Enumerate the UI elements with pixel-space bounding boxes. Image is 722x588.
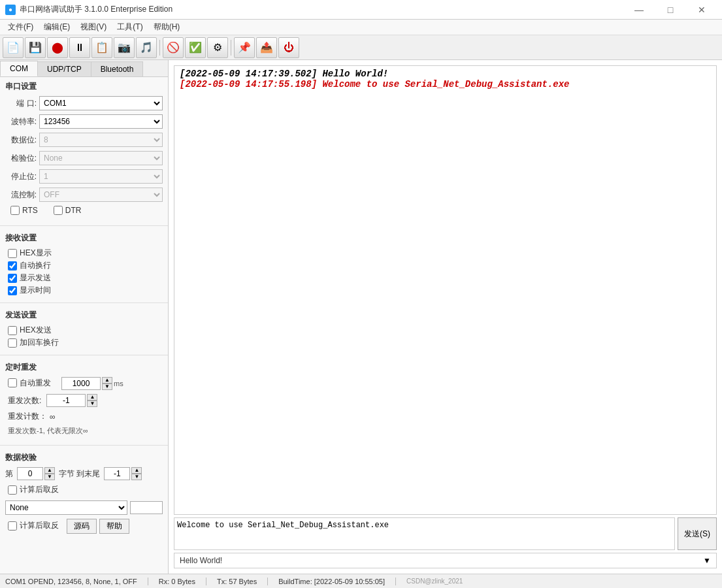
status-rx: Rx: 0 Bytes (159, 578, 206, 585)
toolbar-settings[interactable]: ⚙ (207, 37, 228, 58)
tab-com[interactable]: COM (0, 61, 38, 76)
interval-up-button[interactable]: ▲ (102, 377, 112, 384)
toolbar-save[interactable]: 💾 (25, 37, 46, 58)
rts-checkbox[interactable] (10, 206, 20, 215)
menu-file[interactable]: 文件(F) (3, 20, 39, 35)
toolbar-camera[interactable]: 📷 (114, 37, 135, 58)
toolbar-audio[interactable]: 🎵 (136, 37, 157, 58)
toolbar-copy[interactable]: 📋 (91, 37, 112, 58)
port-select[interactable]: COM1 (39, 96, 163, 110)
byte-end-up-button[interactable]: ▲ (131, 467, 142, 474)
toolbar-stop-red[interactable]: ⬤ (47, 37, 68, 58)
toolbar-new[interactable]: 📄 (3, 37, 24, 58)
byte-start-down-button[interactable]: ▼ (44, 474, 55, 480)
auto-wrap-label: 自动换行 (20, 260, 51, 271)
byte-end-input[interactable] (104, 467, 130, 480)
count-up-button[interactable]: ▲ (87, 394, 97, 400)
calc-check-label-2: 计算后取反 (20, 520, 59, 531)
show-time-row[interactable]: 显示时间 (5, 285, 163, 296)
hex-display-checkbox[interactable] (8, 249, 17, 258)
port-label: 端 口: (5, 98, 37, 109)
minimize-button[interactable]: — (624, 0, 654, 20)
toolbar-pin[interactable]: 📌 (234, 37, 255, 58)
interval-down-button[interactable]: ▼ (102, 384, 112, 390)
toolbar-block[interactable]: 🚫 (163, 37, 184, 58)
calc-check-checkbox-row[interactable]: 计算后取反 (5, 484, 61, 495)
app-title: 串口网络调试助手 3.1.0.0 Enterprise Edition (20, 4, 172, 15)
crlf-row[interactable]: 加回车换行 (5, 337, 163, 348)
checksum-value-input[interactable] (130, 501, 163, 514)
right-panel: [2022-05-09 14:17:39.502] Hello World! [… (169, 60, 722, 574)
timer-content: 自动重发 ▲ ▼ ms 重发次数: ▲ ▼ (0, 374, 168, 442)
calc-check-row-2[interactable]: 计算后取反 (5, 520, 61, 531)
menu-edit[interactable]: 编辑(E) (39, 20, 75, 35)
checksum-select-row: None (5, 500, 163, 515)
tab-bar: COM UDP/TCP Bluetooth (0, 60, 168, 77)
send-settings-content: HEX发送 加回车换行 (0, 322, 168, 352)
status-build: BuildTime: [2022-05-09 10:55:05] (278, 578, 396, 585)
close-button[interactable]: ✕ (687, 0, 717, 20)
send-input[interactable] (174, 517, 675, 550)
show-time-checkbox[interactable] (8, 286, 17, 295)
checksum-content: 第 ▲ ▼ 字节 到末尾 ▲ ▼ (0, 465, 168, 540)
sent-count-row: 重发计数： ∞ (5, 411, 163, 422)
toolbar-check[interactable]: ✅ (185, 37, 206, 58)
timer-note-row: 重发次数-1, 代表无限次∞ (5, 426, 163, 436)
maximize-button[interactable]: □ (655, 0, 685, 20)
menu-view[interactable]: 视图(V) (75, 20, 112, 35)
input-area: 发送(S) (174, 517, 717, 550)
show-send-checkbox[interactable] (8, 274, 17, 283)
output-line-1: [2022-05-09 14:17:39.502] Hello World! (180, 69, 711, 79)
crlf-label: 加回车换行 (20, 337, 59, 348)
calc-check-checkbox-2[interactable] (8, 521, 17, 531)
ms-label: ms (114, 380, 123, 387)
app-icon: ● (5, 5, 16, 15)
data-select[interactable]: 8 (39, 133, 163, 147)
auto-wrap-row[interactable]: 自动换行 (5, 260, 163, 271)
dtr-checkbox[interactable] (54, 206, 63, 215)
show-send-row[interactable]: 显示发送 (5, 272, 163, 284)
stop-select[interactable]: 1 (39, 169, 163, 184)
toolbar-pause[interactable]: ⏸ (69, 37, 90, 58)
calc-check-checkbox[interactable] (8, 485, 17, 495)
dropdown-value: Hello World! (180, 556, 703, 565)
auto-resend-checkbox-row[interactable]: 自动重发 (5, 378, 54, 389)
tab-udptcp[interactable]: UDP/TCP (37, 61, 91, 76)
count-input[interactable] (46, 394, 86, 407)
byte-start-input[interactable] (17, 467, 43, 480)
baud-select[interactable]: 123456 (39, 114, 163, 129)
data-label: 数据位: (5, 135, 37, 146)
status-watermark: CSDN@zlink_2021 (406, 578, 463, 585)
hex-send-checkbox[interactable] (8, 326, 17, 335)
dropdown-arrow-button[interactable]: ▼ (703, 556, 711, 565)
dtr-label: DTR (65, 206, 82, 215)
toolbar-upload[interactable]: 📤 (256, 37, 277, 58)
menu-help[interactable]: 帮助(H) (148, 20, 186, 35)
parity-select[interactable]: None (39, 151, 163, 165)
status-bar: COM1 OPEND, 123456, 8, None, 1, OFF Rx: … (0, 574, 722, 588)
hex-send-row[interactable]: HEX发送 (5, 325, 163, 336)
interval-input[interactable] (61, 377, 101, 390)
source-button[interactable]: 源码 (67, 519, 97, 534)
count-down-button[interactable]: ▼ (87, 400, 97, 407)
data-row: 数据位: 8 (5, 133, 163, 147)
menu-tools[interactable]: 工具(T) (112, 20, 148, 35)
main-content: COM UDP/TCP Bluetooth 串口设置 端 口: COM1 波特率… (0, 60, 722, 574)
byte-end-down-button[interactable]: ▼ (131, 474, 142, 480)
hex-display-row[interactable]: HEX显示 (5, 248, 163, 259)
dtr-checkbox-row[interactable]: DTR (51, 206, 84, 215)
help-button[interactable]: 帮助 (99, 519, 129, 534)
auto-resend-checkbox[interactable] (8, 378, 17, 387)
send-button[interactable]: 发送(S) (678, 517, 717, 550)
toolbar-power[interactable]: ⏻ (278, 37, 299, 58)
checksum-select[interactable]: None (5, 500, 127, 515)
auto-wrap-checkbox[interactable] (8, 261, 17, 270)
flow-select[interactable]: OFF (39, 188, 163, 202)
tab-bluetooth[interactable]: Bluetooth (91, 61, 144, 76)
byte-suffix: 字节 到末尾 (59, 468, 100, 480)
crlf-checkbox[interactable] (8, 338, 17, 348)
flow-row: 流控制: OFF (5, 188, 163, 202)
byte-start-up-button[interactable]: ▲ (44, 467, 55, 474)
rts-checkbox-row[interactable]: RTS (8, 206, 41, 215)
timer-header: 定时重发 (0, 358, 168, 374)
